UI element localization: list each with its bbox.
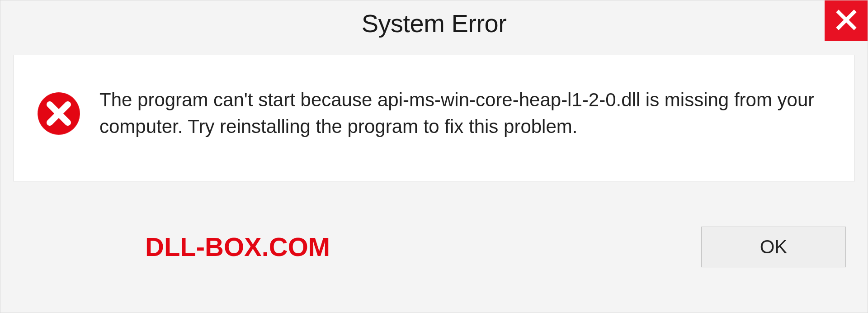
content-area: The program can't start because api-ms-w… <box>13 55 855 181</box>
close-button[interactable] <box>825 0 868 41</box>
error-message: The program can't start because api-ms-w… <box>99 87 832 140</box>
dialog-title: System Error <box>362 9 507 38</box>
error-dialog: System Error The program can't start bec… <box>0 0 868 313</box>
titlebar: System Error <box>0 0 868 46</box>
watermark-text: DLL-BOX.COM <box>145 232 330 262</box>
ok-button[interactable]: OK <box>701 227 846 267</box>
error-icon <box>36 91 81 136</box>
close-icon <box>836 9 857 32</box>
dialog-footer: DLL-BOX.COM OK <box>0 181 868 313</box>
